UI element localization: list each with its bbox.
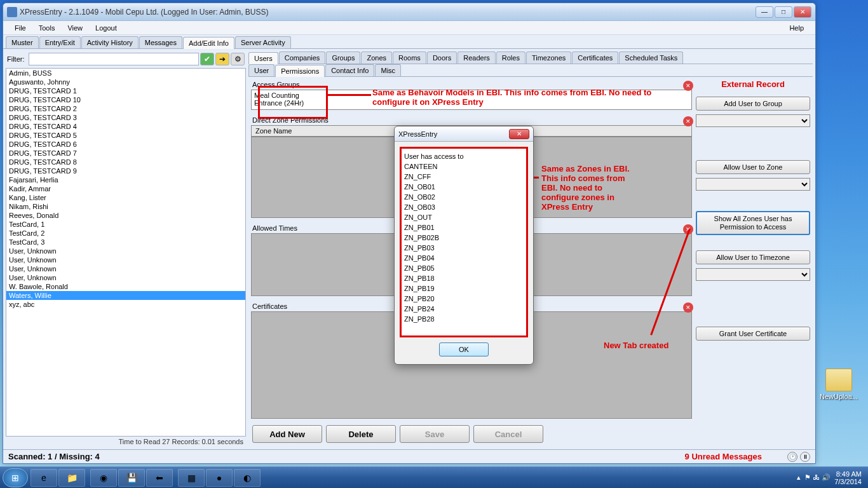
user-list-item[interactable]: User, Unknown: [6, 273, 245, 282]
user-list-item[interactable]: Waters, Willie: [6, 291, 245, 300]
main-tab-server-activity[interactable]: Server Activity: [235, 36, 291, 48]
user-list-item[interactable]: DRUG, TESTCARD 5: [6, 131, 245, 140]
next-icon[interactable]: ➔: [215, 53, 229, 65]
user-list-item[interactable]: Fajarsari, Herlia: [6, 175, 245, 184]
add-user-to-group-button[interactable]: Add User to Group: [696, 97, 810, 111]
sub-tab-user[interactable]: User: [248, 64, 275, 76]
user-list-item[interactable]: DRUG, TESTCARD 1: [6, 86, 245, 95]
main-tab-muster[interactable]: Muster: [6, 36, 39, 48]
unread-messages[interactable]: 9 Unread Messages: [685, 452, 762, 461]
user-list-item[interactable]: Nikam, Rishi: [6, 202, 245, 211]
dialog-ok-button[interactable]: OK: [439, 342, 489, 356]
user-list-item[interactable]: DRUG, TESTCARD 3: [6, 113, 245, 122]
settings-icon[interactable]: ⚙: [231, 53, 245, 65]
user-list-item[interactable]: DRUG, TESTCARD 2: [6, 104, 245, 113]
sub-tab-contact-info[interactable]: Contact Info: [325, 64, 374, 76]
clock-time: 8:49 AM: [834, 470, 862, 478]
user-list-item[interactable]: Kang, Lister: [6, 193, 245, 202]
user-list-item[interactable]: DRUG, TESTCARD 9: [6, 166, 245, 175]
sub-tab-permissions[interactable]: Permissions: [275, 65, 325, 77]
user-list-item[interactable]: User, Unknown: [6, 264, 245, 273]
sub-tab-misc[interactable]: Misc: [375, 64, 401, 76]
taskbar-save-icon[interactable]: 💾: [118, 469, 145, 487]
entity-tab-certificates[interactable]: Certificates: [572, 51, 618, 64]
delete-access-group-icon[interactable]: ✕: [683, 81, 693, 91]
entity-tab-rooms[interactable]: Rooms: [393, 51, 426, 64]
access-group-item[interactable]: Entrance (24Hr): [254, 99, 689, 107]
delete-button[interactable]: Delete: [326, 425, 396, 443]
zone-select[interactable]: [696, 178, 810, 191]
user-list-item[interactable]: DRUG, TESTCARD 4: [6, 122, 245, 131]
delete-time-icon[interactable]: ✕: [683, 224, 693, 234]
taskbar-chrome-icon[interactable]: ◉: [90, 469, 117, 487]
user-list-item[interactable]: TestCard, 3: [6, 238, 245, 247]
user-list-item[interactable]: User, Unknown: [6, 247, 245, 255]
menu-help[interactable]: Help: [783, 23, 810, 33]
delete-zone-icon[interactable]: ✕: [683, 116, 693, 126]
entity-tab-doors[interactable]: Doors: [427, 51, 457, 64]
user-list[interactable]: Admin, BUSSAguswanto, JohnnyDRUG, TESTCA…: [6, 68, 246, 437]
maximize-button[interactable]: □: [775, 6, 792, 18]
add-new-button[interactable]: Add New: [252, 425, 322, 443]
grant-user-certificate-button[interactable]: Grant User Certificate: [696, 327, 810, 341]
menu-logout[interactable]: Logout: [89, 23, 123, 33]
main-tab-entry-exit[interactable]: Entry/Exit: [39, 36, 81, 48]
entity-tab-groups[interactable]: Groups: [326, 51, 360, 64]
tray-expand-icon[interactable]: ▴: [797, 473, 801, 482]
entity-tab-zones[interactable]: Zones: [361, 51, 392, 64]
minimize-button[interactable]: —: [756, 6, 773, 18]
allow-user-to-timezone-button[interactable]: Allow User to Timezone: [696, 250, 810, 264]
show-all-zones-button[interactable]: Show All Zones User has Permission to Ac…: [696, 211, 810, 235]
allow-user-to-zone-button[interactable]: Allow User to Zone: [696, 160, 810, 174]
taskbar-app1-icon[interactable]: ▦: [178, 469, 205, 487]
tray-network-icon[interactable]: 🖧: [813, 473, 820, 482]
user-list-item[interactable]: xyz, abc: [6, 300, 245, 309]
apply-filter-icon[interactable]: ✔: [200, 53, 214, 65]
user-list-item[interactable]: Reeves, Donald: [6, 211, 245, 220]
user-list-item[interactable]: Kadir, Ammar: [6, 184, 245, 193]
zone-item: ZN_OB03: [404, 202, 524, 212]
clock-status-icon[interactable]: 🕐: [787, 452, 797, 462]
entity-tab-scheduled-tasks[interactable]: Scheduled Tasks: [619, 51, 683, 64]
user-list-item[interactable]: DRUG, TESTCARD 8: [6, 158, 245, 166]
entity-tab-companies[interactable]: Companies: [279, 51, 326, 64]
entity-tab-readers[interactable]: Readers: [458, 51, 496, 64]
user-list-item[interactable]: TestCard, 1: [6, 220, 245, 229]
main-tab-activity-history[interactable]: Activity History: [81, 36, 139, 48]
taskbar-explorer-icon[interactable]: 📁: [58, 469, 85, 487]
close-button[interactable]: ✕: [794, 6, 811, 18]
user-list-item[interactable]: DRUG, TESTCARD 10: [6, 95, 245, 104]
filter-input[interactable]: [29, 53, 200, 65]
entity-tab-users[interactable]: Users: [248, 52, 278, 64]
taskbar-joinme-icon[interactable]: ◐: [234, 469, 261, 487]
user-list-item[interactable]: User, Unknown: [6, 255, 245, 264]
user-list-item[interactable]: Aguswanto, Johnny: [6, 78, 245, 86]
pause-status-icon[interactable]: ⏸: [800, 452, 810, 462]
user-list-item[interactable]: TestCard, 2: [6, 229, 245, 238]
dialog-close-icon[interactable]: ✕: [509, 129, 529, 139]
start-button[interactable]: ⊞: [3, 468, 28, 487]
access-group-item[interactable]: Meal Counting: [254, 92, 689, 99]
save-button[interactable]: Save: [400, 425, 470, 443]
main-tab-add-edit-info[interactable]: Add/Edit Info: [183, 37, 234, 49]
taskbar-ie-icon[interactable]: e: [31, 469, 57, 487]
user-list-item[interactable]: DRUG, TESTCARD 7: [6, 149, 245, 158]
taskbar-app2-icon[interactable]: ●: [206, 469, 233, 487]
cancel-button[interactable]: Cancel: [473, 425, 543, 443]
group-select[interactable]: [696, 114, 810, 127]
main-tab-messages[interactable]: Messages: [139, 36, 182, 48]
desktop-folder[interactable]: NewUploa...: [820, 369, 858, 400]
user-list-item[interactable]: DRUG, TESTCARD 6: [6, 140, 245, 149]
tray-volume-icon[interactable]: 🔊: [822, 473, 831, 482]
menu-file[interactable]: File: [8, 23, 32, 33]
menu-tools[interactable]: Tools: [32, 23, 62, 33]
entity-tab-timezones[interactable]: Timezones: [526, 51, 571, 64]
timezone-select[interactable]: [696, 268, 810, 281]
user-list-item[interactable]: W. Bawole, Ronald: [6, 282, 245, 291]
menu-view[interactable]: View: [61, 23, 89, 33]
user-list-item[interactable]: Admin, BUSS: [6, 69, 245, 78]
tray-flag-icon[interactable]: ⚑: [804, 473, 811, 482]
taskbar-exit-icon[interactable]: ⬅: [146, 469, 173, 487]
system-clock[interactable]: 8:49 AM 7/3/2014: [834, 470, 862, 485]
entity-tab-roles[interactable]: Roles: [496, 51, 526, 64]
